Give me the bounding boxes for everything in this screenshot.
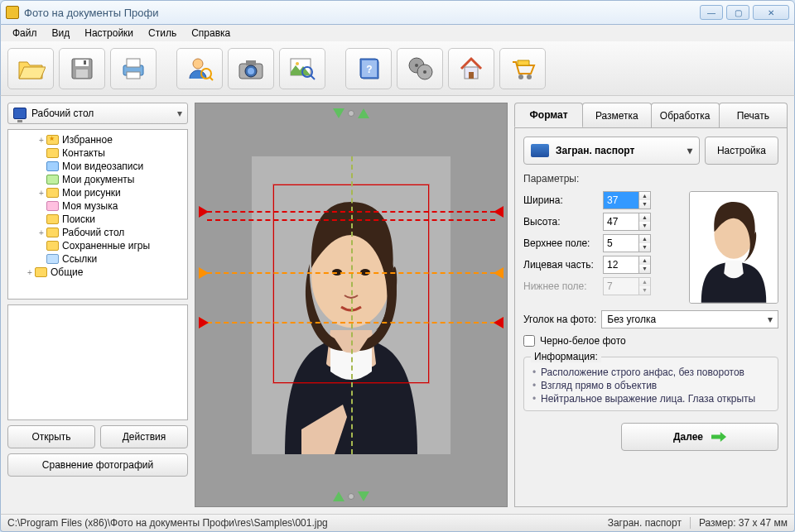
photo-canvas[interactable] (195, 103, 508, 507)
label-bottom-margin: Нижнее поле: (523, 280, 603, 292)
width-spinner[interactable]: ▲▼ (603, 191, 651, 209)
folder-icon (46, 161, 59, 171)
marker-orange-right-1[interactable] (494, 267, 504, 279)
spin-up[interactable]: ▲ (638, 213, 650, 222)
result-thumbnail (689, 191, 778, 304)
tab-layout[interactable]: Разметка (582, 103, 651, 127)
app-icon (6, 6, 19, 19)
actions-button[interactable]: Действия (100, 425, 188, 448)
folder-icon (46, 254, 59, 264)
desktop-icon (13, 108, 26, 119)
face-spinner[interactable]: ▲▼ (603, 256, 651, 274)
guide-eyes (207, 272, 495, 274)
open-button[interactable]: Открыть (7, 425, 95, 448)
save-icon (67, 54, 97, 84)
spin-down[interactable]: ▼ (638, 222, 650, 230)
toolbar-camera[interactable] (228, 48, 274, 89)
tab-format[interactable]: Формат (514, 103, 583, 127)
marker-red-left[interactable] (199, 206, 209, 218)
close-button[interactable]: ✕ (753, 5, 789, 20)
preset-settings-button[interactable]: Настройка (705, 137, 778, 165)
menu-file[interactable]: Файл (6, 26, 44, 41)
toolbar-help[interactable]: ? (345, 48, 392, 89)
folder-icon (46, 214, 59, 224)
menu-help[interactable]: Справка (185, 26, 237, 41)
guide-top-red2 (207, 219, 495, 221)
info-box: Информация: Расположение строго анфас, б… (523, 357, 778, 411)
passport-icon (531, 144, 549, 157)
tree-item[interactable]: +Мои рисунки (8, 186, 187, 199)
face-input[interactable] (604, 256, 638, 273)
toolbar-user-edit[interactable] (176, 48, 223, 89)
folder-tree[interactable]: +Избранное Контакты Мои видеозаписи Мои … (7, 129, 188, 300)
tree-item[interactable]: Контакты (8, 146, 187, 160)
menu-view[interactable]: Вид (46, 26, 77, 41)
settings-panel: Формат Разметка Обработка Печать Загран.… (514, 103, 788, 507)
compare-photos-button[interactable]: Сравнение фотографий (7, 453, 188, 477)
tree-item[interactable]: Ссылки (8, 252, 187, 266)
toolbar-print[interactable] (110, 48, 157, 89)
tree-item[interactable]: Сохраненные игры (8, 239, 187, 252)
chevron-down-icon: ▾ (177, 108, 182, 119)
tree-item[interactable]: +Избранное (8, 133, 187, 146)
tree-item[interactable]: +Рабочий стол (8, 226, 187, 239)
toolbar-cart[interactable] (499, 48, 546, 89)
tree-item[interactable]: Мои документы (8, 173, 187, 186)
bw-checkbox[interactable] (523, 335, 535, 347)
spin-up[interactable]: ▲ (638, 235, 650, 243)
spin-down[interactable]: ▼ (638, 265, 650, 273)
main-toolbar: ? (0, 41, 795, 96)
svg-point-26 (518, 74, 523, 79)
menu-style[interactable]: Стиль (142, 26, 183, 41)
drive-selector[interactable]: Рабочий стол ▾ (7, 103, 188, 124)
marker-orange-left-1[interactable] (199, 267, 209, 279)
svg-rect-3 (84, 60, 86, 65)
user-edit-icon (185, 54, 214, 84)
height-spinner[interactable]: ▲▼ (603, 213, 651, 231)
tree-item[interactable]: Мои видеозаписи (8, 160, 187, 173)
spin-up[interactable]: ▲ (638, 256, 650, 265)
cart-icon (508, 54, 537, 84)
top-resize-handle[interactable] (333, 108, 369, 118)
corner-value: Без уголка (607, 314, 656, 325)
maximize-button[interactable]: ▢ (726, 5, 749, 20)
marker-red-right[interactable] (494, 206, 504, 218)
spin-down[interactable]: ▼ (638, 200, 650, 208)
chevron-down-icon: ▾ (768, 314, 773, 325)
bw-label: Черно-белое фото (540, 335, 626, 347)
folder-icon (46, 228, 59, 237)
marker-red-right-2[interactable] (494, 317, 504, 328)
menu-settings[interactable]: Настройки (78, 26, 140, 41)
toolbar-save[interactable] (59, 48, 105, 89)
spin-down[interactable]: ▼ (638, 243, 650, 252)
toolbar-open-folder[interactable] (7, 48, 54, 89)
tab-print[interactable]: Печать (719, 103, 788, 127)
width-input[interactable] (604, 192, 638, 208)
height-input[interactable] (604, 213, 638, 230)
thumbnail-preview (7, 304, 188, 420)
top-margin-input[interactable] (604, 235, 638, 252)
toolbar-video[interactable] (397, 48, 443, 89)
minimize-button[interactable]: ― (700, 5, 723, 20)
spin-up[interactable]: ▲ (638, 192, 650, 200)
parameters-heading: Параметры: (523, 173, 778, 185)
movie-reel-icon (405, 54, 435, 84)
bottom-resize-handle[interactable] (333, 491, 369, 501)
tree-item[interactable]: Поиски (8, 213, 187, 226)
label-corner: Уголок на фото: (523, 314, 596, 325)
vertical-center-guide (351, 156, 353, 454)
corner-select[interactable]: Без уголка ▾ (601, 310, 778, 328)
toolbar-home[interactable] (448, 48, 494, 89)
zoom-image-icon (287, 54, 317, 84)
format-preset-select[interactable]: Загран. паспорт ▾ (523, 137, 700, 165)
tree-item[interactable]: +Общие (8, 266, 187, 279)
toolbar-zoom-image[interactable] (279, 48, 325, 89)
info-item: Взгляд прямо в объектив (531, 379, 771, 392)
source-photo (252, 156, 450, 454)
next-button[interactable]: Далее (621, 423, 778, 451)
marker-red-left-2[interactable] (199, 317, 209, 328)
tree-item[interactable]: Моя музыка (8, 199, 187, 213)
tab-processing[interactable]: Обработка (651, 103, 720, 127)
top-margin-spinner[interactable]: ▲▼ (603, 234, 651, 252)
svg-rect-6 (127, 72, 140, 79)
